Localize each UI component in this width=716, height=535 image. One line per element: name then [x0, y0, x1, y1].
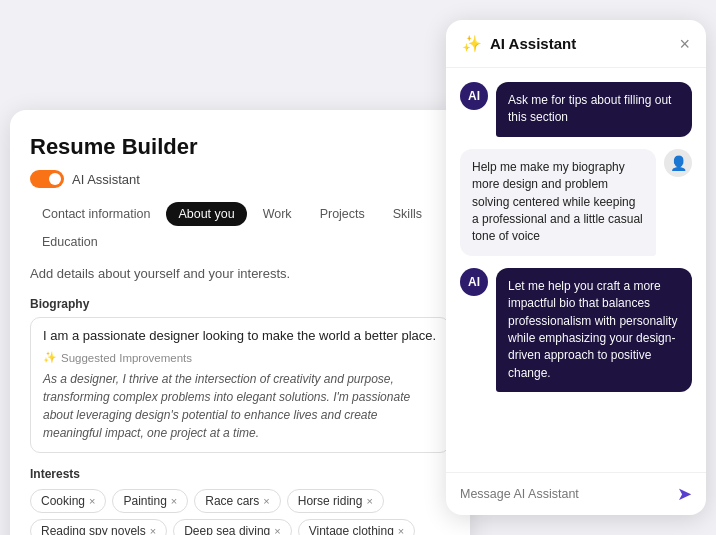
ai-panel-title: AI Assistant — [490, 35, 576, 52]
ai-messages-container: AI Ask me for tips about filling out thi… — [446, 68, 706, 472]
ai-send-button[interactable]: ➤ — [677, 483, 692, 505]
user-message-1: 👤 Help me make my biography more design … — [460, 149, 692, 256]
remove-cooking[interactable]: × — [89, 495, 95, 507]
ai-toggle-switch[interactable] — [30, 170, 64, 188]
tab-education[interactable]: Education — [30, 230, 110, 254]
resume-builder-card: Resume Builder AI Assistant Contact info… — [10, 110, 470, 535]
ai-input-row: ➤ — [446, 472, 706, 515]
remove-painting[interactable]: × — [171, 495, 177, 507]
suggestions-label: Suggested Improvements — [43, 351, 437, 364]
ai-message-input[interactable] — [460, 487, 669, 501]
bio-label: Biography — [30, 297, 450, 311]
interest-tag-horse-riding: Horse riding × — [287, 489, 384, 513]
remove-vintage-clothing[interactable]: × — [398, 525, 404, 535]
tab-contact-information[interactable]: Contact information — [30, 202, 162, 226]
remove-race-cars[interactable]: × — [263, 495, 269, 507]
tab-work[interactable]: Work — [251, 202, 304, 226]
interests-grid: Cooking × Painting × Race cars × Horse r… — [30, 489, 450, 535]
remove-horse-riding[interactable]: × — [366, 495, 372, 507]
remove-deep-sea-diving[interactable]: × — [274, 525, 280, 535]
bio-improved-text: As a designer, I thrive at the intersect… — [43, 370, 437, 442]
interest-tag-race-cars: Race cars × — [194, 489, 280, 513]
tab-about-you[interactable]: About you — [166, 202, 246, 226]
bio-text: I am a passionate designer looking to ma… — [43, 328, 437, 343]
ai-avatar-2: AI — [460, 268, 488, 296]
ai-message-2: AI Let me help you craft a more impactfu… — [460, 268, 692, 392]
ai-close-button[interactable]: × — [679, 35, 690, 53]
tab-skills[interactable]: Skills — [381, 202, 434, 226]
resume-title: Resume Builder — [30, 134, 450, 160]
nav-tabs: Contact information About you Work Proje… — [30, 202, 450, 254]
interest-tag-cooking: Cooking × — [30, 489, 106, 513]
ai-message-text-2: Let me help you craft a more impactful b… — [496, 268, 692, 392]
ai-avatar-1: AI — [460, 82, 488, 110]
interest-tag-painting: Painting × — [112, 489, 188, 513]
ai-panel-header: ✨ AI Assistant × — [446, 20, 706, 68]
ai-message-text-1: Ask me for tips about filling out this s… — [496, 82, 692, 137]
interest-tag-vintage-clothing: Vintage clothing × — [298, 519, 416, 535]
interest-tag-deep-sea-diving: Deep sea diving × — [173, 519, 292, 535]
ai-panel-title-row: ✨ AI Assistant — [462, 34, 576, 53]
interests-label: Interests — [30, 467, 450, 481]
ai-assistant-panel: ✨ AI Assistant × AI Ask me for tips abou… — [446, 20, 706, 515]
section-description: Add details about yourself and your inte… — [30, 266, 450, 281]
user-message-text-1: Help me make my biography more design an… — [460, 149, 656, 256]
ai-toggle-row: AI Assistant — [30, 170, 450, 188]
interest-tag-reading-spy-novels: Reading spy novels × — [30, 519, 167, 535]
wand-icon: ✨ — [462, 34, 482, 53]
tab-projects[interactable]: Projects — [308, 202, 377, 226]
ai-toggle-label: AI Assistant — [72, 172, 140, 187]
biography-box: I am a passionate designer looking to ma… — [30, 317, 450, 453]
ai-message-1: AI Ask me for tips about filling out thi… — [460, 82, 692, 137]
remove-reading-spy-novels[interactable]: × — [150, 525, 156, 535]
user-avatar: 👤 — [664, 149, 692, 177]
